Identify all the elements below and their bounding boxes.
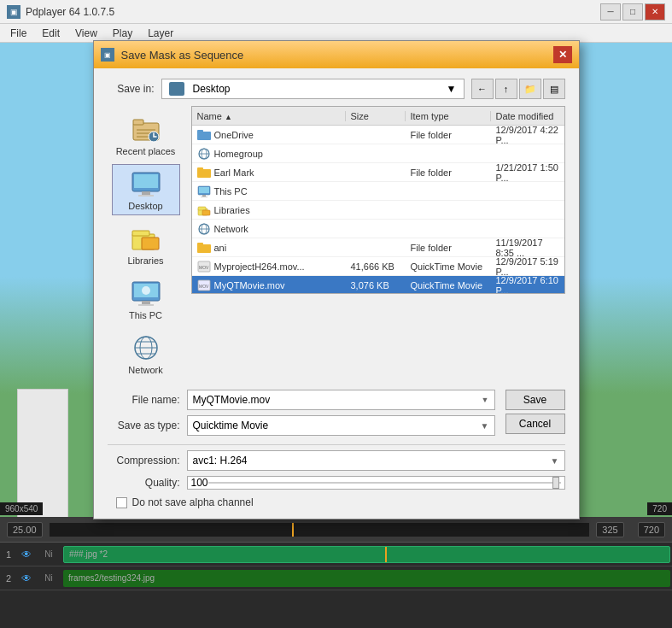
filename-input[interactable]: MyQTMovie.mov ▼ — [187, 390, 495, 410]
compression-row: Compression: avc1: H.264 ▼ — [108, 450, 565, 471]
svg-rect-38 — [197, 243, 203, 246]
track-area: 1 👁 Ni ###.jpg *2 2 👁 Ni frames2/testing… — [0, 543, 672, 628]
timeline-marker — [292, 523, 294, 537]
quality-value: 100 — [191, 477, 208, 489]
sidebar-item-network[interactable]: Network — [112, 328, 180, 379]
sidebar-item-label: Network — [128, 365, 162, 375]
menu-play[interactable]: Play — [106, 26, 139, 41]
svg-rect-8 — [132, 231, 149, 236]
sidebar-item-this-pc[interactable]: This PC — [112, 273, 180, 325]
col-name-header[interactable]: Name ▲ — [192, 111, 346, 121]
file-size-cell: 3,076 KB — [346, 280, 406, 291]
list-item[interactable]: Libraries — [192, 201, 564, 220]
current-frame-label: 325 — [596, 522, 623, 537]
svg-rect-26 — [197, 167, 203, 171]
svg-rect-5 — [142, 191, 150, 195]
alpha-checkbox[interactable] — [116, 497, 127, 508]
dialog-close-button[interactable]: ✕ — [553, 46, 572, 63]
sidebar-item-libraries[interactable]: Libraries — [112, 219, 180, 270]
timeline-bar[interactable] — [50, 523, 590, 537]
track-visibility-1[interactable]: 👁 — [17, 549, 36, 561]
col-date-header[interactable]: Date modified — [491, 111, 564, 121]
filename-value: MyQTMovie.mov — [193, 394, 271, 406]
cancel-button[interactable]: Cancel — [505, 414, 565, 434]
save-in-select[interactable]: Desktop ▼ — [161, 79, 465, 99]
modal-overlay: ▣ Save Mask as Sequence ✕ Save in: Deskt… — [0, 43, 672, 517]
svg-rect-4 — [134, 174, 158, 188]
menu-view[interactable]: View — [68, 26, 104, 41]
track-divider-1 — [385, 547, 387, 562]
title-bar-left: ▣ Pdplayer 64 1.0.7.5 — [7, 5, 114, 19]
menu-edit[interactable]: Edit — [35, 26, 67, 41]
savetype-select[interactable]: Quicktime Movie ▼ — [187, 415, 495, 436]
svg-rect-13 — [138, 304, 154, 306]
quality-slider[interactable]: 100 — [187, 476, 565, 490]
save-in-toolbar: ← ↑ 📁 ▤ — [471, 79, 565, 99]
maximize-button[interactable]: □ — [622, 3, 643, 21]
col-size-header[interactable]: Size — [346, 111, 406, 121]
savetype-value: Quicktime Movie — [193, 420, 269, 431]
save-dialog: ▣ Save Mask as Sequence ✕ Save in: Deskt… — [93, 40, 580, 519]
list-item[interactable]: Earl Mark File folder 1/21/2017 1:50 P..… — [192, 163, 564, 182]
compression-select[interactable]: avc1: H.264 ▼ — [187, 450, 565, 471]
sidebar-item-label: This PC — [129, 310, 162, 320]
desktop-icon — [129, 168, 163, 199]
file-list: Name ▲ Size Item type Date modified OneD… — [191, 106, 565, 294]
file-name-cell: MOV MyprojectH264.mov... — [192, 261, 346, 273]
compression-label: Compression: — [108, 455, 180, 467]
list-item[interactable]: OneDrive File folder 12/9/2017 4:22 P... — [192, 126, 564, 144]
track-visibility-2[interactable]: 👁 — [17, 572, 36, 584]
list-item[interactable]: MOV MyprojectH264.mov... 41,666 KB Quick… — [192, 257, 564, 276]
view-button[interactable]: ▤ — [543, 79, 565, 99]
save-in-row: Save in: Desktop ▼ ← ↑ 📁 ▤ — [108, 79, 565, 99]
main-area: Recent places Desktop — [108, 106, 565, 383]
list-item[interactable]: Network — [192, 220, 564, 238]
col-type-header[interactable]: Item type — [406, 111, 491, 121]
homegroup-icon — [197, 148, 211, 160]
save-in-label: Save in: — [108, 83, 155, 95]
track-content-1[interactable]: ###.jpg *2 — [63, 546, 670, 563]
file-date-cell: 12/9/2017 6:10 P... — [491, 275, 564, 295]
svg-rect-30 — [201, 197, 207, 197]
table-row: 2 👁 Ni frames2/testing324.jpg — [0, 566, 672, 590]
fps-label: 25.00 — [7, 522, 43, 537]
folder-icon — [197, 242, 211, 253]
file-name-cell: Earl Mark — [192, 167, 346, 178]
menu-file[interactable]: File — [3, 26, 33, 41]
svg-point-14 — [142, 286, 150, 295]
minimize-button[interactable]: ─ — [600, 3, 621, 21]
folder-icon — [197, 167, 211, 178]
file-date-cell: 12/9/2017 5:19 P... — [491, 256, 564, 277]
dialog-title: Save Mask as Sequence — [121, 49, 244, 62]
window-controls: ─ □ ✕ — [600, 3, 665, 21]
recent-icon — [129, 114, 163, 144]
sidebar-item-desktop[interactable]: Desktop — [112, 164, 180, 215]
track-content-2[interactable]: frames2/testing324.jpg — [63, 570, 670, 587]
file-size-cell: 41,666 KB — [346, 261, 406, 272]
back-button[interactable]: ← — [471, 79, 494, 99]
folder-blue-icon — [197, 129, 211, 141]
filename-row: File name: MyQTMovie.mov ▼ — [108, 390, 495, 410]
list-item[interactable]: Homegroup — [192, 144, 564, 163]
list-item[interactable]: ani File folder 11/19/2017 8:35 ... — [192, 238, 564, 257]
file-date-cell: 12/9/2017 4:22 P... — [491, 125, 564, 145]
svg-rect-6 — [138, 195, 154, 197]
sidebar-item-recent[interactable]: Recent places — [112, 109, 180, 161]
new-folder-button[interactable]: 📁 — [519, 79, 541, 99]
dialog-body: Save in: Desktop ▼ ← ↑ 📁 ▤ — [94, 68, 579, 519]
slider-thumb[interactable] — [552, 477, 559, 489]
compression-value: avc1: H.264 — [193, 455, 248, 467]
svg-rect-21 — [197, 130, 203, 133]
dialog-title-bar: ▣ Save Mask as Sequence ✕ — [94, 41, 579, 68]
svg-rect-33 — [202, 210, 210, 215]
folder-icon — [169, 82, 184, 96]
list-item[interactable]: This PC — [192, 182, 564, 201]
svg-rect-28 — [199, 187, 209, 193]
menu-layer[interactable]: Layer — [141, 26, 180, 41]
file-name-cell: ani — [192, 242, 346, 253]
up-button[interactable]: ↑ — [495, 79, 517, 99]
close-button[interactable]: ✕ — [645, 3, 665, 21]
sidebar-item-label: Libraries — [127, 255, 163, 266]
list-item[interactable]: MOV MyQTMovie.mov 3,076 KB QuickTime Mov… — [192, 276, 564, 294]
save-button[interactable]: Save — [505, 390, 565, 410]
